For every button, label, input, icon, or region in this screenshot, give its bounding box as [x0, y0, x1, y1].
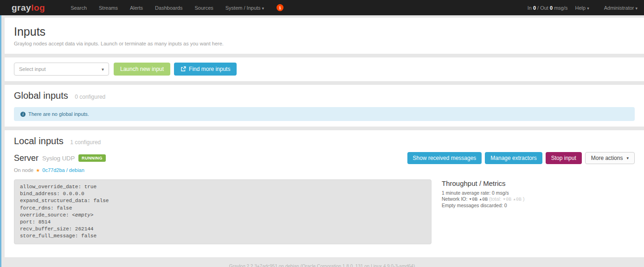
page-title: Inputs [14, 25, 635, 38]
metric-network-io: Network IO: ▼0B ▲0B (total: ▼0B ▲0B ) [442, 196, 525, 203]
alert-text: There are no global inputs. [28, 111, 89, 117]
input-row-header: Server Syslog UDP RUNNING Show received … [14, 152, 635, 164]
config-line: recv_buffer_size: 262144 [20, 226, 425, 233]
find-more-inputs-label: Find more inputs [189, 66, 230, 72]
select-input-dropdown[interactable]: Select input ▾ [14, 63, 109, 76]
chevron-down-icon: ▾ [587, 6, 589, 11]
input-details-row: allow_override_date: true bind_address: … [14, 179, 635, 244]
page-header-card: Inputs Graylog nodes accept data via inp… [5, 18, 644, 54]
nav-item-alerts[interactable]: Alerts [124, 5, 149, 11]
info-icon: i [20, 112, 26, 117]
star-icon: ★ [36, 168, 40, 173]
manage-extractors-button[interactable]: Manage extractors [485, 152, 542, 164]
metric-empty-discarded: Empty messages discarded: 0 [442, 203, 525, 209]
chevron-down-icon: ▾ [262, 6, 264, 11]
launch-new-input-button[interactable]: Launch new input [114, 63, 170, 76]
content-area: Inputs Graylog nodes accept data via inp… [0, 18, 644, 257]
notification-badge[interactable]: 1 [277, 4, 283, 11]
status-badge: RUNNING [78, 154, 106, 162]
config-line: override_source: <empty> [20, 212, 425, 219]
network-down-value: 0B [472, 197, 477, 202]
external-link-icon [180, 66, 186, 72]
input-type: Syslog UDP [42, 155, 75, 162]
nav-item-system-inputs[interactable]: System / Inputs▾ [219, 5, 270, 11]
stop-input-button[interactable]: Stop input [546, 152, 582, 164]
global-inputs-card: Global inputs 0 configured i There are n… [5, 85, 644, 127]
chevron-down-icon: ▾ [102, 67, 104, 72]
nav-item-dashboards[interactable]: Dashboards [149, 5, 188, 11]
logo-text-log: log [31, 3, 45, 13]
graylog-logo[interactable]: graylog [12, 3, 45, 12]
nav-item-help[interactable]: Help▾ [568, 5, 597, 11]
nav-item-streams[interactable]: Streams [93, 5, 124, 11]
config-line: port: 8514 [20, 219, 425, 226]
chevron-down-icon: ▾ [635, 6, 638, 11]
page-description: Graylog nodes accept data via inputs. La… [14, 41, 635, 46]
page-footer: Graylog 2.2.3+7adc951 on debian (Oracle … [0, 257, 644, 267]
node-prefix: On node [14, 167, 33, 173]
throughput-indicator[interactable]: In 0 / Out 0 msg/s [528, 5, 568, 11]
left-edge-stripe [0, 15, 1, 267]
node-link[interactable]: 0c77d2ba / debian [42, 167, 84, 173]
global-inputs-title: Global inputs [14, 90, 68, 101]
no-global-inputs-alert: i There are no global inputs. [14, 107, 635, 121]
node-line: On node ★ 0c77d2ba / debian [14, 167, 635, 173]
nav-item-user-menu[interactable]: Administrator▾ [597, 5, 640, 11]
nav-item-search[interactable]: Search [64, 5, 93, 11]
metrics-title: Throughput / Metrics [442, 179, 525, 187]
config-line: bind_address: 0.0.0.0 [20, 191, 425, 197]
input-configuration-block: allow_override_date: true bind_address: … [14, 179, 431, 244]
nav-menu: Search Streams Alerts Dashboards Sources… [64, 5, 270, 11]
top-navbar: graylog Search Streams Alerts Dashboards… [0, 0, 644, 15]
input-title-group: Server Syslog UDP RUNNING [14, 153, 106, 163]
config-line: force_rdns: false [20, 205, 425, 212]
input-action-buttons: Show received messages Manage extractors… [407, 152, 635, 164]
total-down-value: 0B [506, 197, 511, 202]
local-inputs-card: Local inputs 1 configured Server Syslog … [5, 130, 644, 257]
input-name: Server [14, 153, 39, 163]
global-inputs-count: 0 configured [75, 94, 105, 100]
input-launcher-card: Select input ▾ Launch new input Find mor… [5, 57, 644, 81]
total-up-value: 0B [516, 197, 522, 202]
network-io-total: (total: ▼0B ▲0B ) [489, 196, 524, 202]
config-line: store_full_message: false [20, 233, 425, 240]
config-line: allow_override_date: true [20, 184, 425, 191]
nav-item-sources[interactable]: Sources [188, 5, 219, 11]
metric-average-rate: 1 minute average rate: 0 msg/s [442, 190, 525, 196]
config-line: expand_structured_data: false [20, 197, 425, 204]
throughput-metrics-panel: Throughput / Metrics 1 minute average ra… [442, 179, 525, 209]
more-actions-button[interactable]: More actions▾ [585, 152, 635, 164]
network-up-value: 0B [482, 197, 488, 202]
navbar-right: In 0 / Out 0 msg/s Help▾ Administrator▾ [528, 5, 640, 11]
find-more-inputs-button[interactable]: Find more inputs [174, 63, 237, 76]
select-input-placeholder: Select input [19, 66, 45, 72]
show-received-messages-button[interactable]: Show received messages [407, 152, 482, 164]
version-info: Graylog 2.2.3+7adc951 on debian (Oracle … [229, 264, 415, 267]
local-inputs-count: 1 configured [70, 139, 101, 146]
local-inputs-title: Local inputs [14, 136, 64, 146]
chevron-down-icon: ▾ [626, 156, 629, 160]
logo-text-gray: gray [12, 3, 31, 13]
